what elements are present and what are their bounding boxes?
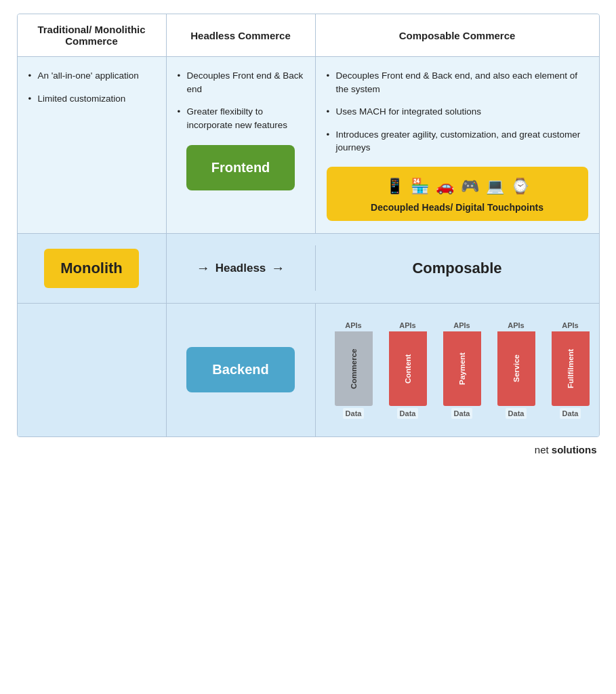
store-icon: 🏪 (411, 178, 429, 195)
features-col3: Decouples Front end & Back end, and also… (316, 57, 599, 233)
bottom-col3: APIs Commerce Data APIs Content Data API… (316, 304, 600, 436)
api-bottom-label: Data (560, 408, 581, 419)
arrow-icon-2: → (271, 260, 285, 276)
header-col1: Traditional/ Monolithic Commerce (18, 14, 167, 56)
headless-cell: → Headless → (167, 245, 316, 291)
api-bar-fullfilment: Fullfilment (552, 331, 590, 406)
api-bar-commerce: Commerce (335, 331, 373, 406)
bullet-item: Greater flexibilty to incorporate new fe… (178, 105, 304, 131)
api-bar-service: Service (497, 331, 535, 406)
watch-icon: ⌚ (511, 178, 529, 195)
evolution-row: Monolith → Headless → Composable (18, 234, 599, 304)
features-col2: Decouples Front end & Back end Greater f… (167, 57, 316, 233)
api-bar-payment: Payment (443, 331, 481, 406)
api-bottom-label: Data (451, 408, 473, 419)
bullet-item: An 'all-in-one' application (28, 69, 155, 83)
bottom-col1 (18, 304, 167, 436)
api-col-service: APIs Service Data (492, 321, 541, 419)
bottom-row: Backend APIs Commerce Data APIs Content … (18, 304, 599, 436)
col3-bullets: Decouples Front end & Back end, and also… (327, 69, 588, 155)
bullet-item: Decouples Front end & Back end (178, 69, 304, 96)
composable-label: Composable (327, 260, 588, 277)
bullet-item: Decouples Front end & Back end, and also… (327, 69, 588, 96)
features-row: An 'all-in-one' application Limited cust… (18, 57, 599, 234)
composable-cell: Composable (316, 245, 599, 292)
car-icon: 🚗 (436, 178, 454, 195)
header-row: Traditional/ Monolithic Commerce Headles… (18, 14, 599, 57)
header-col2: Headless Commerce (167, 14, 316, 56)
headless-arrow-text: → Headless → (197, 260, 285, 276)
touchpoints-icons: 📱 🏪 🚗 🎮 💻 ⌚ (336, 178, 579, 195)
api-columns: APIs Commerce Data APIs Content Data API… (327, 314, 600, 426)
phone-icon: 📱 (386, 178, 404, 195)
gamepad-icon: 🎮 (461, 178, 479, 195)
api-bottom-label: Data (343, 408, 365, 419)
bottom-col2: Backend (167, 304, 316, 436)
api-top-label: APIs (508, 321, 524, 329)
api-top-label: APIs (453, 321, 470, 329)
api-top-label: APIs (399, 321, 415, 329)
features-col1: An 'all-in-one' application Limited cust… (18, 57, 167, 233)
touchpoints-box: 📱 🏪 🚗 🎮 💻 ⌚ Decoupled Heads/ Digital Tou… (327, 167, 588, 221)
col2-bullets: Decouples Front end & Back end Greater f… (178, 69, 304, 131)
api-col-payment: APIs Payment Data (438, 321, 487, 419)
api-col-commerce: APIs Commerce Data (329, 321, 378, 419)
api-top-label: APIs (562, 321, 578, 329)
backend-box: Backend (186, 347, 295, 392)
bullet-item: Introduces greater agility, customizatio… (327, 128, 588, 155)
laptop-icon: 💻 (486, 178, 504, 195)
diagram: Traditional/ Monolithic Commerce Headles… (17, 14, 600, 437)
col1-bullets: An 'all-in-one' application Limited cust… (28, 69, 155, 105)
header-col3: Composable Commerce (316, 14, 599, 56)
monolith-box: Monolith (44, 249, 139, 288)
api-top-label: APIs (345, 321, 361, 329)
touchpoints-label: Decoupled Heads/ Digital Touchpoints (336, 202, 579, 213)
api-col-content: APIs Content Data (384, 321, 432, 419)
arrow-icon: → (197, 260, 210, 276)
bullet-item: Uses MACH for integrated solutions (327, 105, 588, 119)
footer: net solutions (17, 437, 600, 455)
frontend-box: Frontend (186, 145, 295, 190)
headless-label: Headless (215, 262, 266, 275)
api-bottom-label: Data (506, 408, 527, 419)
brand-label: net solutions (535, 444, 597, 455)
api-col-fullfilment: APIs Fullfilment Data (546, 321, 595, 419)
api-bottom-label: Data (397, 408, 419, 419)
monolith-cell: Monolith (18, 234, 167, 303)
bullet-item: Limited customization (28, 92, 155, 106)
api-bar-content: Content (389, 331, 427, 406)
